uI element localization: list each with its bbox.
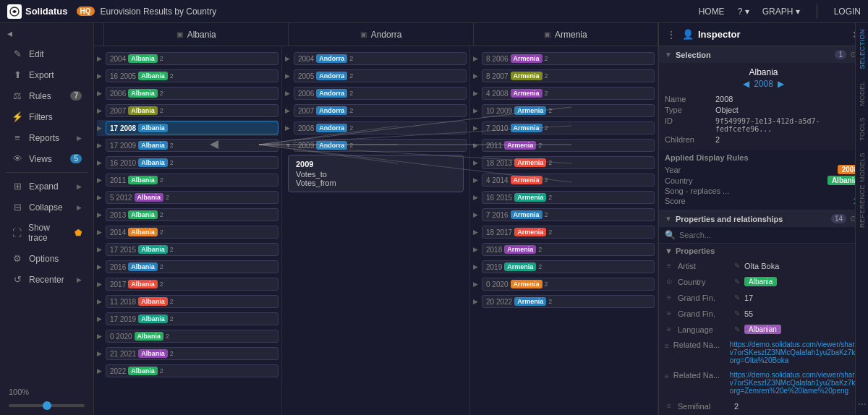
sidebar-item-collapse[interactable]: ⊟ Collapse ▶ (3, 197, 90, 217)
expand-arrow-icon[interactable]: ▶ (473, 194, 482, 201)
list-item[interactable]: 17 2019 Albania2 (106, 312, 278, 325)
list-item[interactable]: 10 2009 Armenia2 (482, 104, 655, 117)
list-item[interactable]: 16 2005 Albania2 (106, 69, 278, 82)
sidebar-item-views[interactable]: 👁 Views 5 (3, 149, 90, 168)
help-link[interactable]: ? ▾ (738, 7, 749, 17)
table-row[interactable]: ▶ 2014 Albania2 (97, 224, 278, 240)
table-row[interactable]: ▶ 2007 Andorra2 (285, 103, 467, 119)
expand-arrow-icon[interactable]: ▶ (473, 72, 482, 80)
expand-arrow-icon[interactable]: ▶ (97, 298, 106, 305)
edit-country-icon[interactable]: ✎ (734, 278, 740, 286)
expand-arrow-icon[interactable]: ▶ (473, 246, 482, 253)
table-row[interactable]: ▶ 17 2019 Albania2 (97, 311, 278, 327)
prop-link-related-2[interactable]: https://demo.solidatus.com/viewer/share/… (730, 371, 862, 395)
list-item[interactable]: 2004 Albania2 (106, 52, 278, 65)
tab-model[interactable]: MODEL (857, 75, 867, 112)
expand-arrow-icon[interactable]: ▶ (97, 350, 106, 357)
selection-section-header[interactable]: ▼ Selection 1 ⊙ ℹ (659, 46, 868, 63)
expand-arrow-icon[interactable]: ▶ (97, 333, 106, 340)
expand-arrow-icon[interactable]: ▼ (285, 142, 294, 149)
list-item[interactable]: 0 2020 Armenia2 (482, 278, 655, 291)
list-item[interactable]: 2022 Albania2 (106, 364, 278, 377)
search-input[interactable] (679, 231, 862, 239)
zoom-slider[interactable] (9, 404, 85, 407)
table-row[interactable]: ▶ 2019 Armenia2 (473, 259, 655, 275)
expand-arrow-icon[interactable]: ▶ (473, 263, 482, 270)
expand-arrow-icon[interactable]: ▶ (473, 228, 482, 236)
sidebar-item-show-trace[interactable]: ⛶ Show trace ⬟ (3, 218, 90, 247)
table-row[interactable]: ▶ 2004 Andorra2 (285, 51, 467, 67)
edit-language-icon[interactable]: ✎ (734, 325, 740, 333)
expand-arrow-icon[interactable]: ▶ (473, 124, 482, 132)
expand-arrow-icon[interactable]: ▶ (97, 315, 106, 322)
prop-link-related-1[interactable]: https://demo.solidatus.com/viewer/share/… (730, 341, 862, 364)
table-row[interactable]: ▶ 7 2010 Armenia2 (473, 120, 655, 136)
list-item[interactable]: 20 2022 Armenia2 (482, 295, 655, 308)
list-item[interactable]: 17 2008 Albania (106, 121, 278, 134)
expand-arrow-icon[interactable]: ▶ (473, 142, 482, 149)
table-row[interactable]: ▶ 2004 Albania2 (97, 51, 278, 67)
table-row[interactable]: ▶ 2008 Andorra2 (285, 120, 467, 136)
expand-arrow-icon[interactable]: ▶ (473, 55, 482, 62)
expand-arrow-icon[interactable]: ▶ (473, 176, 482, 184)
list-item[interactable]: 2006 Albania2 (106, 87, 278, 100)
expand-arrow-icon[interactable]: ▶ (97, 211, 106, 218)
table-row[interactable]: ▶ 11 2018 Albania2 (97, 294, 278, 309)
table-row[interactable]: ▶ 20 2022 Armenia2 (473, 294, 655, 309)
list-item[interactable]: 2007 Andorra2 (294, 104, 467, 117)
list-item[interactable]: 2014 Albania2 (106, 226, 278, 239)
list-item[interactable]: 2018 Armenia2 (482, 243, 655, 256)
list-item[interactable]: 2004 Andorra2 (294, 52, 467, 65)
sidebar-item-expand[interactable]: ⊞ Expand ▶ (3, 176, 90, 196)
table-row[interactable]: ▶ 2006 Andorra2 (285, 85, 467, 101)
table-row[interactable]: ▶ 2007 Albania2 (97, 103, 278, 119)
expand-arrow-icon[interactable]: ▶ (473, 159, 482, 166)
table-row[interactable]: ▶ 2011 Armenia2 (473, 137, 655, 153)
sidebar-item-export[interactable]: ⬆ Export (3, 65, 90, 85)
table-row[interactable]: ▶ 2016 Albania2 (97, 259, 278, 275)
list-item[interactable]: 18 2013 Armenia2 (482, 156, 655, 169)
table-row[interactable]: ▶ 17 2008 Albania (97, 120, 278, 136)
list-item[interactable]: 2019 Armenia2 (482, 260, 655, 273)
expand-arrow-icon[interactable]: ▶ (285, 107, 294, 114)
expand-arrow-icon[interactable]: ▶ (97, 90, 106, 97)
edit-grand-fin-1-icon[interactable]: ✎ (734, 294, 740, 301)
table-row[interactable]: ▶ 2022 Albania2 (97, 363, 278, 379)
table-row[interactable]: ▶ 2013 Albania2 (97, 207, 278, 223)
list-item[interactable]: 7 2016 Armenia2 (482, 208, 655, 221)
table-row[interactable]: ▶ 16 2005 Albania2 (97, 68, 278, 84)
table-row[interactable]: ▶ 4 2008 Armenia2 (473, 85, 655, 101)
expand-arrow-icon[interactable]: ▶ (97, 194, 106, 201)
list-item[interactable]: 2016 Albania2 (106, 260, 278, 273)
list-item[interactable]: 21 2021 Albania2 (106, 347, 278, 360)
table-row[interactable]: ▼ 2009 Andorra2 (285, 137, 467, 153)
nav-next-icon[interactable]: ▶ (778, 79, 784, 89)
properties-section-header[interactable]: ▼ Properties and relationships 14 ⊙ ℹ (659, 210, 868, 227)
home-link[interactable]: HOME (699, 7, 725, 17)
inspector-menu-icon[interactable]: ⋮ (666, 29, 676, 40)
expand-arrow-icon[interactable]: ▶ (97, 107, 106, 114)
login-button[interactable]: LOGIN (834, 7, 861, 17)
list-item[interactable]: 18 2017 Armenia2 (482, 226, 655, 239)
table-row[interactable]: ▶ 7 2016 Armenia2 (473, 207, 655, 223)
expand-arrow-icon[interactable]: ▶ (285, 72, 294, 80)
expand-arrow-icon[interactable]: ▶ (97, 176, 106, 184)
list-item[interactable]: 2008 Andorra2 (294, 121, 467, 134)
table-row[interactable]: ▶ 8 2006 Armenia2 (473, 51, 655, 67)
list-item[interactable]: 16 2015 Armenia2 (482, 191, 655, 204)
expand-arrow-icon[interactable]: ▶ (285, 90, 294, 97)
edit-grand-fin-2-icon[interactable]: ✎ (734, 309, 740, 317)
list-item[interactable]: 4 2008 Armenia2 (482, 87, 655, 100)
table-row[interactable]: ▶ 0 2020 Armenia2 (473, 276, 655, 292)
table-row[interactable]: ▶ 17 2009 Albania2 (97, 137, 278, 153)
list-item[interactable]: 17 2009 Albania2 (106, 139, 278, 152)
albania-collapse-icon[interactable]: ▣ (176, 30, 183, 38)
expand-arrow-icon[interactable]: ▶ (97, 367, 106, 375)
sidebar-item-options[interactable]: ⚙ Options (3, 249, 90, 268)
expand-arrow-icon[interactable]: ▶ (285, 55, 294, 62)
list-item[interactable]: 2011 Armenia2 (482, 139, 655, 152)
sidebar-item-filters[interactable]: ⚡ Filters (3, 107, 90, 127)
table-row[interactable]: ▶ 2017 Albania2 (97, 276, 278, 292)
sidebar-item-rules[interactable]: ⚖ Rules 7 (3, 86, 90, 106)
list-item[interactable]: 2005 Andorra2 (294, 69, 467, 82)
